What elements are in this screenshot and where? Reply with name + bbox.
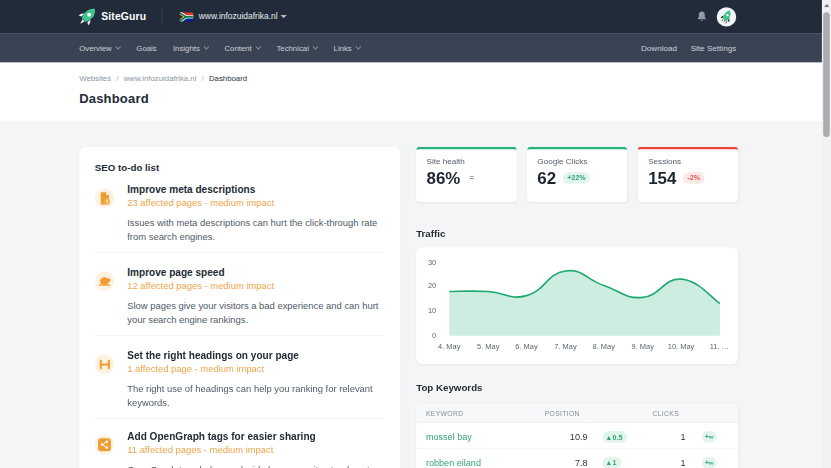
svg-text:5. May: 5. May — [477, 342, 500, 351]
svg-text:11. …: 11. … — [710, 342, 729, 351]
svg-text:0: 0 — [432, 331, 436, 340]
svg-text:9. May: 9. May — [632, 342, 655, 351]
svg-text:4. May: 4. May — [438, 342, 461, 351]
svg-text:6. May: 6. May — [515, 342, 538, 351]
svg-text:10. May: 10. May — [668, 342, 695, 351]
svg-text:20: 20 — [428, 281, 436, 290]
svg-text:10: 10 — [428, 306, 436, 315]
svg-text:7. May: 7. May — [554, 342, 577, 351]
svg-text:30: 30 — [428, 258, 436, 267]
svg-text:8. May: 8. May — [593, 342, 616, 351]
